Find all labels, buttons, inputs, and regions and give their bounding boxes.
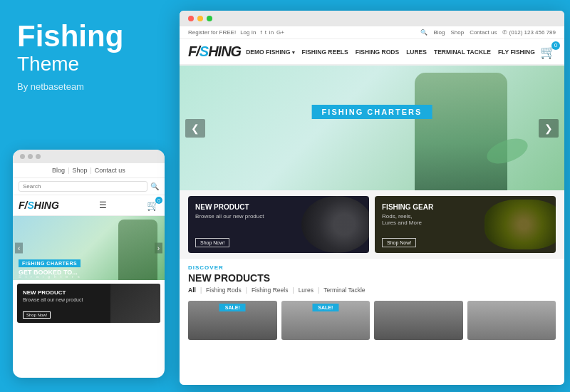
fishing-gear-desc: Rods, reels,Lures and More — [382, 213, 549, 226]
nav-demo-fishing[interactable]: DEMO FISHING — [246, 48, 294, 56]
product-cards-row: SALE! SALE! — [180, 296, 564, 340]
new-product-shop-button[interactable]: Shop Now! — [195, 238, 229, 247]
hero-next-arrow[interactable]: ❯ — [539, 119, 559, 138]
site-hero: FISHING CHARTERS ❮ ❯ — [180, 66, 564, 190]
browser-mockup: Register for FREE! Log In f t in G+ 🔍 Bl… — [180, 11, 564, 385]
product-card-1[interactable]: SALE! — [188, 301, 277, 340]
new-product-desc: Browse all our new product — [195, 213, 362, 220]
nav-lures[interactable]: LURES — [406, 48, 427, 56]
login-link[interactable]: Log In — [240, 29, 256, 36]
hero-person-image — [415, 73, 507, 190]
site-logo: F/SHING — [188, 43, 241, 60]
social-icons: f t in G+ — [260, 29, 284, 36]
fishing-gear-banner: FISHING GEAR Rods, reels,Lures and More … — [375, 196, 556, 253]
product-card-3[interactable] — [374, 301, 463, 340]
mobile-dot-1 — [20, 154, 25, 159]
mobile-product-banner: NEW PRODUCT Browse all our new product S… — [17, 284, 160, 323]
site-header-main: F/SHING DEMO FISHING FISHING REELS FISHI… — [180, 39, 564, 66]
blog-link[interactable]: Blog — [433, 29, 445, 36]
product-card-2[interactable]: SALE! — [281, 301, 370, 340]
mobile-nav-blog[interactable]: Blog — [52, 167, 65, 174]
phone-number: ✆ (012) 123 456 789 — [502, 29, 556, 36]
filter-sep-2: | — [246, 287, 247, 294]
hero-label: FISHING CHARTERS — [312, 105, 432, 119]
mobile-sep-1: | — [68, 167, 69, 174]
new-product-banner: NEW PRODUCT Browse all our new product S… — [188, 196, 369, 253]
mobile-product-image — [110, 284, 160, 323]
discover-label: DISCOVER — [188, 264, 556, 271]
nav-terminal-tackle[interactable]: TERMINAL TACKLE — [434, 48, 491, 56]
browser-titlebar — [180, 11, 564, 26]
site-cart-badge: 0 — [551, 41, 560, 50]
mobile-cart-badge: 0 — [155, 197, 162, 204]
discover-filters: All | Fishing Rods | Fishing Reels | Lur… — [188, 287, 556, 294]
brand-subtitle: Theme — [17, 53, 160, 76]
nav-fly-fishing[interactable]: FLY FISHING — [498, 48, 535, 56]
mobile-logo: F/SHING — [19, 200, 59, 211]
filter-all[interactable]: All — [188, 287, 196, 294]
nav-fishing-rods[interactable]: FISHING RODS — [356, 48, 399, 56]
contact-link[interactable]: Contact us — [470, 29, 497, 36]
site-cart[interactable]: 🛒 0 — [540, 44, 556, 60]
left-panel: Fishing Theme By netbaseteam Blog | Shop… — [0, 0, 177, 392]
search-icon-top[interactable]: 🔍 — [420, 29, 428, 36]
linkedin-icon[interactable]: in — [269, 29, 274, 36]
mobile-search-input[interactable] — [19, 181, 147, 192]
discover-title: NEW PRODUCTS — [188, 272, 556, 284]
mobile-nav-contact[interactable]: Contact us — [95, 167, 125, 174]
mobile-shop-now-button[interactable]: Shop Now! — [23, 311, 51, 319]
discover-section: DISCOVER NEW PRODUCTS All | Fishing Rods… — [180, 259, 564, 296]
site-nav: DEMO FISHING FISHING REELS FISHING RODS … — [246, 48, 535, 56]
register-link[interactable]: Register for FREE! — [188, 29, 236, 36]
mobile-sep-2: | — [90, 167, 92, 174]
brand-title: Fishing — [17, 21, 160, 51]
mobile-dot-2 — [28, 154, 33, 159]
mobile-dot-3 — [36, 154, 41, 159]
site-top-right: 🔍 Blog Shop Contact us ✆ (012) 123 456 7… — [420, 29, 556, 36]
browser-dot-maximize[interactable] — [207, 16, 212, 21]
browser-dot-minimize[interactable] — [197, 16, 203, 21]
shop-link[interactable]: Shop — [450, 29, 464, 36]
menu-icon[interactable]: ☰ — [99, 200, 107, 210]
mobile-hero-small: S t r a i g h t e r s — [19, 274, 81, 279]
fishing-gear-title: FISHING GEAR — [382, 203, 549, 211]
mobile-product-section: NEW PRODUCT Browse all our new product S… — [13, 280, 165, 326]
filter-sep-3: | — [292, 287, 294, 294]
mobile-topbar: Blog | Shop | Contact us — [13, 163, 165, 178]
filter-lures[interactable]: Lures — [299, 287, 314, 294]
mobile-titlebar — [13, 150, 165, 163]
browser-dot-close[interactable] — [188, 16, 194, 21]
brand-byline: By netbaseteam — [17, 81, 160, 92]
filter-terminal-tackle[interactable]: Terminal Tackle — [323, 287, 365, 294]
product-card-4[interactable] — [467, 301, 556, 340]
mobile-nav-shop[interactable]: Shop — [72, 167, 87, 174]
nav-fishing-reels[interactable]: FISHING REELS — [302, 48, 348, 56]
site-top-left: Register for FREE! Log In f t in G+ — [188, 29, 284, 36]
mobile-hero: FISHING CHARTERS GET BOOKED TO... S t r … — [13, 216, 165, 280]
product-card-2-badge: SALE! — [312, 304, 338, 311]
twitter-icon[interactable]: t — [265, 29, 266, 36]
site-header-top: Register for FREE! Log In f t in G+ 🔍 Bl… — [180, 26, 564, 39]
mobile-hero-person-image — [118, 220, 157, 280]
fishing-gear-shop-button[interactable]: Shop Now! — [382, 238, 416, 247]
filter-fishing-rods[interactable]: Fishing Rods — [206, 287, 242, 294]
product-card-1-badge: SALE! — [219, 304, 246, 311]
mobile-hero-prev[interactable]: ‹ — [15, 243, 23, 254]
hero-prev-arrow[interactable]: ❮ — [185, 119, 205, 138]
mobile-search-bar: 🔍 — [13, 178, 165, 195]
search-icon[interactable]: 🔍 — [150, 182, 159, 190]
googleplus-icon[interactable]: G+ — [276, 29, 284, 36]
product-banners: NEW PRODUCT Browse all our new product S… — [180, 190, 564, 259]
new-product-title: NEW PRODUCT — [195, 203, 362, 211]
mobile-hero-label: FISHING CHARTERS — [19, 259, 81, 267]
mobile-cart-icon[interactable]: 🛒 0 — [147, 200, 159, 211]
facebook-icon[interactable]: f — [260, 29, 261, 36]
filter-sep-4: | — [318, 287, 319, 294]
mobile-mockup: Blog | Shop | Contact us 🔍 F/SHING ☰ 🛒 0… — [13, 150, 165, 378]
filter-fishing-reels[interactable]: Fishing Reels — [252, 287, 289, 294]
filter-sep-1: | — [200, 287, 202, 294]
mobile-logo-bar: F/SHING ☰ 🛒 0 — [13, 195, 165, 216]
product-card-4-image — [467, 301, 556, 340]
product-card-3-image — [374, 301, 463, 340]
